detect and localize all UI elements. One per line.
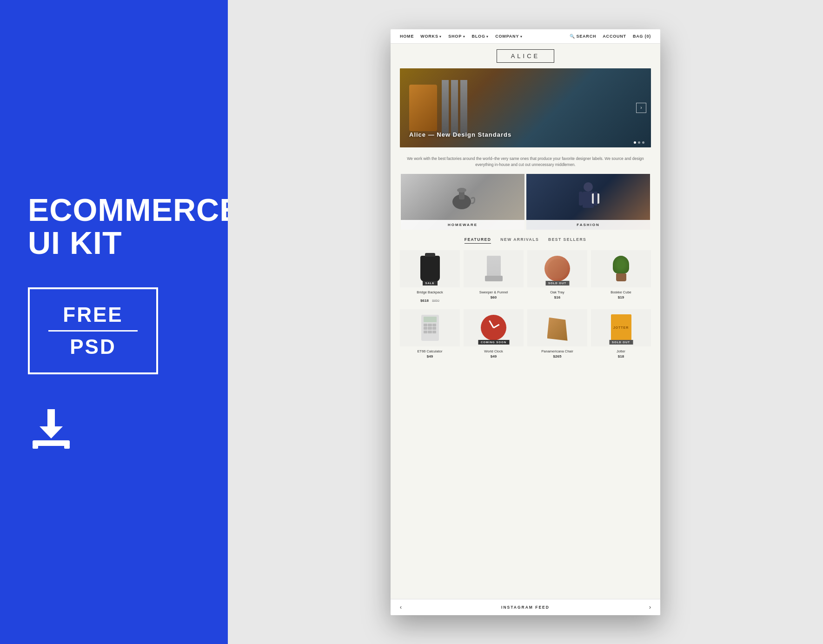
calculator-icon	[421, 315, 439, 341]
product-image-backpack: SALE	[400, 250, 460, 287]
instagram-right-arrow[interactable]: ›	[649, 604, 651, 611]
calc-btn	[424, 327, 427, 330]
calc-btn	[428, 327, 431, 330]
tray-icon	[544, 256, 570, 281]
download-icon-wrapper	[28, 407, 74, 451]
clock-icon	[481, 315, 506, 340]
nav-blog[interactable]: BLOG	[472, 34, 489, 39]
product-calculator[interactable]: ET66 Calculator $49	[398, 306, 462, 361]
product-tray[interactable]: SOLD OUT Oak Tray $16	[525, 247, 589, 306]
calc-btn	[424, 331, 427, 333]
calc-btn	[424, 324, 427, 326]
calc-buttons	[424, 324, 437, 333]
product-image-chair	[527, 309, 587, 346]
product-image-plant	[591, 250, 651, 287]
calc-btn	[432, 331, 436, 333]
calc-btn	[428, 324, 431, 326]
badge-comingsoon: COMING SOON	[478, 340, 509, 345]
search-icon: 🔍	[570, 34, 575, 39]
dot-1	[634, 141, 636, 144]
product-backpack[interactable]: SALE Bridge Backpack $618 $850	[398, 247, 462, 306]
product-name-plant: Boskke Cube	[611, 290, 631, 294]
main-title: ECOMMERCE UI KIT	[28, 193, 241, 260]
product-name-backpack: Bridge Backpack	[417, 290, 443, 294]
product-jotter[interactable]: JOTTER SOLD OUT Jotter $18	[589, 306, 653, 361]
homeware-label: HOMEWARE	[401, 220, 524, 230]
psd-label: PSD	[70, 335, 116, 359]
product-image-sweeper	[464, 250, 524, 287]
product-name-tray: Oak Tray	[550, 290, 564, 294]
nav-works[interactable]: WORKS	[420, 34, 442, 39]
nav-shop[interactable]: SHOP	[448, 34, 465, 39]
search-label[interactable]: SEARCH	[576, 34, 596, 39]
product-grid-row2: ET66 Calculator $49 COMING SOON World Cl…	[391, 306, 660, 361]
calc-screen	[424, 317, 437, 322]
product-price-sweeper: $60	[491, 295, 497, 299]
tab-best-sellers[interactable]: BEST SELLERS	[548, 237, 586, 244]
bag-link[interactable]: BAG (0)	[633, 34, 651, 39]
left-panel: ECOMMERCE UI KIT FREE PSD	[0, 0, 228, 644]
nav-search[interactable]: 🔍 SEARCH	[570, 34, 596, 39]
brush-item-2	[451, 80, 458, 136]
product-chair[interactable]: Panamericana Chair $265	[525, 306, 589, 361]
product-clock[interactable]: COMING SOON World Clock $49	[462, 306, 525, 361]
product-price-calculator: $49	[427, 354, 433, 359]
badge-soldout: SOLD OUT	[545, 281, 569, 285]
product-price-tray: $16	[554, 295, 560, 299]
site-description: We work with the best factories around t…	[391, 151, 660, 173]
hero-next-arrow[interactable]: ›	[636, 103, 646, 113]
tab-new-arrivals[interactable]: NEW ARRIVALS	[500, 237, 539, 244]
plant-icon	[612, 256, 631, 281]
chair-inner	[547, 318, 568, 341]
leather-item	[409, 85, 437, 131]
hero-dots	[634, 141, 644, 144]
plant-pot	[616, 273, 626, 282]
svg-point-8	[584, 182, 593, 192]
hero-image: Alice — New Design Standards ›	[400, 68, 651, 147]
right-panel: HOME WORKS SHOP BLOG COMPANY 🔍 SEARCH AC…	[228, 0, 823, 644]
account-link[interactable]: ACCOUNT	[603, 34, 626, 39]
product-plant[interactable]: Boskke Cube $19	[589, 247, 653, 306]
instagram-label: Instagram Feed	[501, 605, 550, 610]
badge-soldout-jotter: SOLD OUT	[609, 340, 633, 345]
svg-rect-4	[64, 445, 70, 449]
calc-btn	[432, 324, 436, 326]
download-icon[interactable]	[28, 407, 74, 451]
nav-actions: 🔍 SEARCH ACCOUNT BAG (0)	[570, 34, 651, 39]
hero-section: ALICE Alice — New Design Standards ›	[391, 44, 660, 151]
product-sweeper[interactable]: Sweeper & Funnel $60	[462, 247, 525, 306]
brush-item-3	[460, 80, 467, 136]
site-nav: HOME WORKS SHOP BLOG COMPANY 🔍 SEARCH AC…	[391, 29, 660, 44]
instagram-bar: ‹ Instagram Feed ›	[391, 599, 660, 615]
svg-marker-1	[40, 426, 63, 438]
nav-home[interactable]: HOME	[400, 34, 414, 39]
dot-3	[642, 141, 644, 144]
product-tabs: FEATURED NEW ARRIVALS BEST SELLERS	[391, 231, 660, 247]
dot-2	[638, 141, 640, 144]
svg-rect-3	[33, 445, 38, 449]
divider	[48, 330, 138, 332]
product-name-jotter: Jotter	[617, 349, 625, 353]
jotter-icon: JOTTER	[611, 314, 631, 341]
category-homeware[interactable]: HOMEWARE	[401, 174, 524, 230]
product-name-clock: World Clock	[484, 349, 503, 353]
free-psd-box: FREE PSD	[28, 287, 158, 374]
instagram-left-arrow[interactable]: ‹	[400, 604, 402, 611]
product-grid-row1: SALE Bridge Backpack $618 $850 Sweeper &…	[391, 247, 660, 306]
chair-icon	[546, 315, 569, 341]
svg-rect-12	[594, 192, 597, 206]
product-price-clock: $49	[491, 354, 497, 359]
tab-featured[interactable]: FEATURED	[465, 237, 491, 244]
product-image-clock: COMING SOON	[464, 309, 524, 346]
svg-point-7	[457, 188, 466, 193]
category-fashion[interactable]: FASHION	[526, 174, 650, 230]
product-image-calculator	[400, 309, 460, 346]
svg-rect-2	[33, 440, 70, 446]
svg-rect-11	[579, 192, 583, 206]
product-price-backpack: $618 $850	[420, 295, 439, 304]
calc-btn	[432, 327, 436, 330]
product-price-chair: $265	[553, 354, 562, 359]
product-name-sweeper: Sweeper & Funnel	[479, 290, 508, 294]
calc-btn	[428, 331, 431, 333]
nav-company[interactable]: COMPANY	[495, 34, 522, 39]
